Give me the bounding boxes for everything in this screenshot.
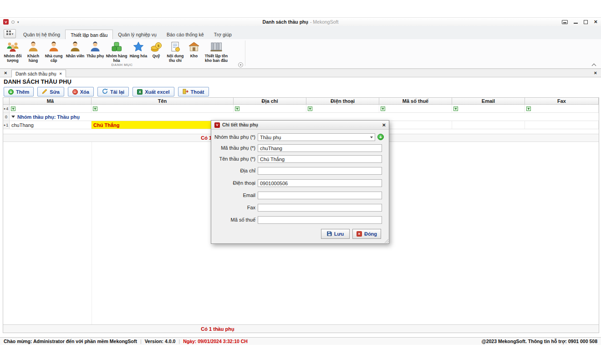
chevron-down-icon[interactable] — [370, 136, 373, 138]
resize-grip[interactable] — [384, 238, 388, 243]
email-input[interactable] — [258, 192, 382, 199]
filter-cell-ma[interactable] — [10, 105, 92, 112]
group-expand-icon[interactable] — [11, 116, 15, 118]
close-all-tabs-icon[interactable]: × — [4, 70, 7, 76]
dialog-titlebar[interactable]: V Chi tiết thầu phụ × — [211, 121, 389, 130]
ribbon-tab-bao-cao-thong-ke[interactable]: Báo cáo thống kê — [162, 30, 209, 39]
exit-icon — [183, 89, 188, 95]
filter-icon — [381, 106, 385, 111]
ten-thau-phu-input[interactable] — [258, 155, 382, 163]
cell-ma-so-thue[interactable] — [379, 121, 452, 129]
edit-button-label: Sửa — [50, 89, 59, 95]
column-header-email[interactable]: Email — [452, 98, 525, 104]
nhom-thau-phu-select[interactable]: Thầu phụ — [258, 133, 375, 141]
customer-icon — [27, 40, 39, 53]
ribbon-collapse-icon[interactable] — [592, 64, 596, 68]
column-header-ma[interactable]: Mã — [10, 98, 92, 104]
ma-so-thue-input[interactable] — [258, 216, 382, 224]
cell-email[interactable] — [452, 121, 525, 129]
exit-button[interactable]: Thoát — [178, 87, 209, 96]
status-date: Ngày: 09/01/2024 3:32:10 CH — [183, 339, 248, 344]
dien-thoai-input[interactable] — [258, 179, 382, 187]
group-icon — [6, 40, 20, 53]
filter-cell-dia-chi[interactable] — [234, 105, 306, 112]
save-icon — [327, 231, 332, 237]
document-tab-danh-sach-thau-phu[interactable]: Danh sách thầu phụ × — [11, 70, 66, 77]
ribbon-item-nhom-doi-tuong[interactable]: Nhóm đối tượng — [2, 40, 24, 63]
excel-icon: X — [137, 89, 143, 95]
ribbon-item-thau-phu[interactable]: Thầu phụ — [86, 40, 105, 59]
filter-cell-email[interactable] — [452, 105, 525, 112]
dialog-buttons: Lưu × Đóng — [211, 229, 389, 239]
window-title-suffix: - MekongSoft — [310, 19, 338, 25]
window-controls: × — [562, 18, 597, 26]
cell-fax[interactable] — [525, 121, 599, 129]
cell-ma[interactable]: chuThang — [10, 121, 92, 129]
status-separator: | — [178, 339, 180, 344]
status-bar: Chào mừng: Administrator đến với phần mề… — [0, 337, 601, 345]
filter-cell-fax[interactable] — [525, 105, 599, 112]
touch-keyboard-icon[interactable] — [562, 20, 568, 24]
ribbon-tab-tro-giup[interactable]: Trợ giúp — [209, 30, 237, 39]
column-header-dia-chi[interactable]: Địa chỉ — [234, 98, 306, 104]
filter-cell-ten[interactable] — [92, 105, 234, 112]
filter-cell-dien-thoai[interactable] — [306, 105, 379, 112]
ribbon-item-quy[interactable]: $ Quỹ — [148, 40, 164, 59]
export-excel-button[interactable]: X Xuất excel — [132, 87, 174, 96]
minimize-button[interactable] — [574, 20, 578, 24]
filter-row-number: 4 — [6, 106, 8, 111]
filter-cell-ma-so-thue[interactable] — [379, 105, 452, 112]
ribbon-tab-thiet-lap-ban-dau[interactable]: Thiết lập ban đầu — [65, 30, 113, 40]
group-dialog-launcher-icon[interactable] — [238, 62, 243, 67]
product-icon — [132, 40, 144, 53]
delete-button[interactable]: − Xóa — [68, 87, 94, 96]
cashflow-icon — [169, 40, 181, 53]
ribbon-item-kho[interactable]: Kho — [187, 40, 201, 59]
ribbon-item-label: Hàng hóa — [130, 54, 148, 58]
warehouse-icon — [188, 40, 200, 53]
ribbon-tab-quan-ly-nghiep-vu[interactable]: Quản lý nghiệp vụ — [113, 30, 162, 39]
dia-chi-input[interactable] — [258, 167, 382, 175]
ribbon-item-label: Nhân viên — [66, 54, 85, 58]
column-header-ten[interactable]: Tên — [92, 98, 234, 104]
close-window-button[interactable]: × — [594, 20, 597, 24]
ribbon-item-nhan-vien[interactable]: Nhân viên — [65, 40, 86, 59]
app-menu-button[interactable]: ▾ — [4, 29, 16, 38]
application-window: V ▾ Danh sách thầu phụ - MekongSoft × ▾ … — [0, 17, 601, 344]
close-document-icon[interactable]: × — [594, 70, 597, 76]
add-group-button[interactable]: + — [377, 134, 384, 140]
close-tab-icon[interactable]: × — [60, 71, 62, 76]
ribbon-item-noi-dung-thu-chi[interactable]: Nội dung thu chi — [164, 40, 187, 63]
product-group-icon — [111, 40, 122, 53]
ribbon-tab-quan-tri-he-thong[interactable]: Quản trị hệ thống — [18, 30, 65, 39]
save-button[interactable]: Lưu — [321, 229, 350, 239]
ribbon-item-hang-hoa[interactable]: Hàng hóa — [128, 40, 148, 59]
ribbon-tab-strip: ▾ Quản trị hệ thống Thiết lập ban đầu Qu… — [0, 26, 601, 39]
ribbon-item-nha-cung-cap[interactable]: Nhà cung cấp — [43, 40, 65, 63]
add-button[interactable]: + Thêm — [4, 87, 34, 96]
group-row-indicator: 0 — [3, 113, 10, 121]
row-arrow-icon: ▸ — [4, 123, 6, 127]
ribbon-item-khach-hang[interactable]: Khách hàng — [24, 40, 43, 63]
ribbon-item-nhom-hang-hoa[interactable]: Nhóm hàng hóa — [105, 40, 128, 63]
column-header-dien-thoai[interactable]: Điện thoại — [306, 98, 379, 104]
filter-icon — [308, 106, 312, 111]
column-header-ma-so-thue[interactable]: Mã số thuế — [379, 98, 452, 104]
row-arrow-icon: ▸ — [4, 107, 6, 111]
close-dialog-button[interactable]: × Đóng — [352, 229, 381, 239]
ribbon-item-label: Nhóm hàng hóa — [105, 54, 128, 63]
column-header-fax[interactable]: Fax — [525, 98, 599, 104]
grid-footer-row: Có 1 thầu phụ — [3, 324, 599, 333]
data-row-indicator: ▸ 1 — [3, 121, 10, 129]
initial-stock-icon — [210, 40, 223, 53]
edit-button[interactable]: Sửa — [37, 87, 64, 96]
filter-icon — [453, 106, 458, 111]
filter-icon — [235, 106, 239, 111]
fax-input[interactable] — [258, 204, 382, 212]
ribbon-item-thiet-lap-ton-kho[interactable]: Thiết lập tồn kho ban đầu — [201, 40, 231, 63]
dialog-close-icon[interactable]: × — [382, 122, 386, 128]
field-label-dia-chi: Địa chỉ — [211, 167, 255, 175]
ma-thau-phu-input[interactable] — [258, 144, 382, 152]
reload-button[interactable]: Tải lại — [97, 87, 129, 96]
restore-button[interactable] — [584, 20, 588, 24]
